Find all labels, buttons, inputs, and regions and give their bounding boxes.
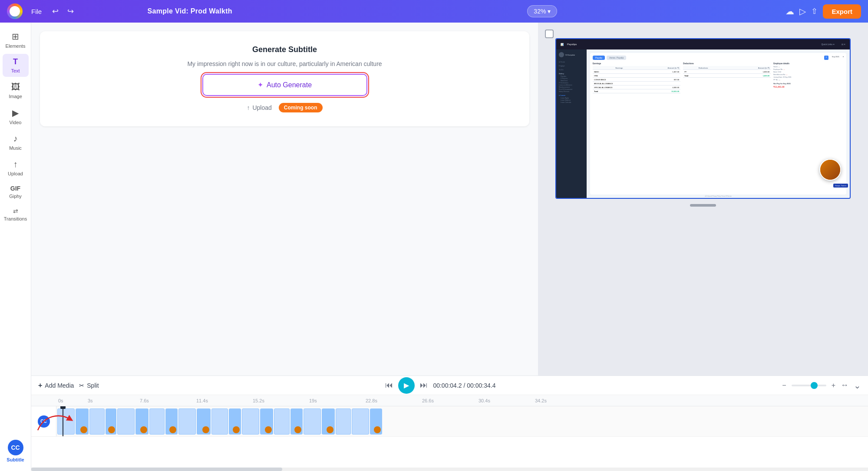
film-clip[interactable] <box>89 408 105 435</box>
more-options-button[interactable]: ⌄ <box>854 380 861 391</box>
film-clip[interactable] <box>149 408 165 435</box>
transitions-icon: ⇄ <box>13 208 18 214</box>
payslip-header: 📊 Payslips Quick Links ▾ ⊟ ✕ <box>556 39 850 49</box>
upload-subtitle-button[interactable]: ↑ Upload <box>247 104 271 111</box>
sidebar-label-transitions: Transitions <box>4 216 27 221</box>
payslip-content: Payslip Annex. Payslip ▾ Sep 2021 ▾ <box>590 53 846 194</box>
zoom-level: 32% <box>534 8 546 15</box>
film-clip[interactable] <box>352 408 369 435</box>
preview-play-icon[interactable]: ▷ <box>799 6 806 16</box>
project-title: Sample Vid: Prod Walkth <box>81 7 299 15</box>
sidebar-item-giphy[interactable]: GIF Giphy <box>3 181 29 202</box>
film-clip[interactable] <box>135 408 149 435</box>
film-clip[interactable] <box>165 408 178 435</box>
sidebar-item-upload[interactable]: ↑ Upload <box>3 156 29 180</box>
elements-icon: ⊞ <box>12 31 19 42</box>
center-panel: Generate Subtitle My impression right no… <box>31 23 538 375</box>
expand-handle[interactable] <box>690 204 716 207</box>
sidebar-label-music: Music <box>9 145 22 151</box>
film-clip[interactable] <box>76 408 89 435</box>
payslip-title: Payslips <box>567 43 577 46</box>
split-button[interactable]: ✂ Split <box>79 382 99 389</box>
zoom-in-button[interactable]: + <box>832 382 835 389</box>
export-button[interactable]: Export <box>823 4 861 19</box>
coming-soon-badge: Coming soon <box>279 103 323 112</box>
auto-generate-label: Auto Generate <box>267 81 312 89</box>
marker-15: 15.2s <box>253 398 264 403</box>
add-media-button[interactable]: + Add Media <box>38 382 74 389</box>
panel-description: My impression right now is in our cultur… <box>187 59 382 69</box>
period-selector: ▾ <box>824 56 828 60</box>
film-clip[interactable] <box>322 408 335 435</box>
zoom-thumb <box>811 382 818 389</box>
film-clip[interactable] <box>229 408 241 435</box>
text-icon: T <box>13 57 18 66</box>
red-arrow-svg <box>36 411 75 432</box>
sidebar-item-transitions[interactable]: ⇄ Transitions <box>3 204 29 225</box>
sidebar-item-image[interactable]: 🖼 Image <box>3 79 29 102</box>
zoom-out-button[interactable]: − <box>782 382 786 389</box>
film-clip[interactable] <box>274 408 290 435</box>
sidebar-item-elements[interactable]: ⊞ Elements <box>3 28 29 52</box>
film-clip[interactable] <box>260 408 273 435</box>
red-arrow-annotation <box>36 411 75 434</box>
sidebar-item-music[interactable]: ♪ Music <box>3 130 29 154</box>
sidebar-item-video[interactable]: ▶ Video <box>3 104 29 128</box>
main-layout: ⊞ Elements T Text 🖼 Image ▶ Video ♪ Musi… <box>0 23 868 471</box>
sidebar-item-text[interactable]: T Text <box>3 54 29 77</box>
film-clip[interactable] <box>117 408 135 435</box>
period-next: ▾ <box>843 56 844 60</box>
film-clip[interactable] <box>211 408 228 435</box>
subtitle-cc-icon: CC <box>8 440 23 455</box>
sidebar-label-giphy: Giphy <box>9 194 22 199</box>
panel-title: Generate Subtitle <box>252 45 317 54</box>
cc-text: CC <box>11 444 20 451</box>
generate-subtitle-panel: Generate Subtitle My impression right no… <box>40 31 529 126</box>
play-icon: ▶ <box>404 381 409 389</box>
film-clip[interactable] <box>106 408 116 435</box>
auto-generate-button[interactable]: ✦ Auto Generate <box>202 74 367 96</box>
file-menu-button[interactable]: File <box>28 6 45 17</box>
marker-22: 22.8s <box>366 398 377 403</box>
app-logo[interactable] <box>7 3 23 19</box>
timeline-scrollbar[interactable] <box>31 468 868 471</box>
sparkle-icon: ✦ <box>257 81 263 89</box>
timeline-prev-button[interactable]: ⏮ <box>385 381 393 390</box>
sidebar-label-upload: Upload <box>8 171 23 176</box>
zoom-chevron-icon: ▾ <box>548 8 551 15</box>
timeline-next-button[interactable]: ⏭ <box>420 381 428 390</box>
timeline-controls: + Add Media ✂ Split ⏮ ▶ ⏭ 00:00:04.2 / 0… <box>31 376 868 395</box>
payslip-mockup: 📊 Payslips Quick Links ▾ ⊟ ✕ Hi Kaviyaka… <box>556 39 850 198</box>
marker-3: 3s <box>88 398 93 403</box>
payslip-nav: Hi Kaviyakai ● Home Engage To-Do Salary … <box>556 49 587 198</box>
scissors-icon: ✂ <box>79 382 84 389</box>
film-clip[interactable] <box>242 408 259 435</box>
sidebar-item-subtitle[interactable]: CC Subtitle <box>3 436 29 466</box>
redo-button[interactable]: ↪ <box>66 5 76 18</box>
film-clip[interactable] <box>178 408 196 435</box>
timeline-play-button[interactable]: ▶ <box>398 377 415 394</box>
zoom-control[interactable]: 32% ▾ <box>527 5 557 17</box>
film-clip[interactable] <box>290 408 303 435</box>
quick-links: Quick Links ▾ <box>821 43 834 46</box>
payslip-header-icons: ⊟ ✕ <box>842 43 845 46</box>
timeline-section: + Add Media ✂ Split ⏮ ▶ ⏭ 00:00:04.2 / 0… <box>31 375 868 471</box>
payslip-body: Hi Kaviyakai ● Home Engage To-Do Salary … <box>556 49 850 198</box>
film-clip[interactable] <box>197 408 211 435</box>
share-icon[interactable]: ⇧ <box>811 7 818 16</box>
film-clip[interactable] <box>370 408 382 435</box>
undo-button[interactable]: ↩ <box>50 5 60 18</box>
music-icon: ♪ <box>13 134 18 144</box>
marker-0: 0s <box>58 398 63 403</box>
sidebar-label-elements: Elements <box>6 43 26 49</box>
film-clip[interactable] <box>336 408 351 435</box>
preview-checkbox[interactable] <box>545 30 554 38</box>
payslip-period: Sep 2021 <box>832 56 839 60</box>
zoom-slider[interactable] <box>792 385 826 386</box>
film-clip[interactable] <box>304 408 321 435</box>
cloud-save-icon[interactable]: ☁ <box>785 6 794 16</box>
scrollbar-thumb[interactable] <box>31 468 282 471</box>
timeline-ruler: 0s 3s 7.6s 11.4s 15.2s 19s 22.8s 26.6s 3… <box>31 395 868 406</box>
upload-icon: ↑ <box>13 159 18 169</box>
expand-timeline-button[interactable]: ↔ <box>841 381 848 390</box>
